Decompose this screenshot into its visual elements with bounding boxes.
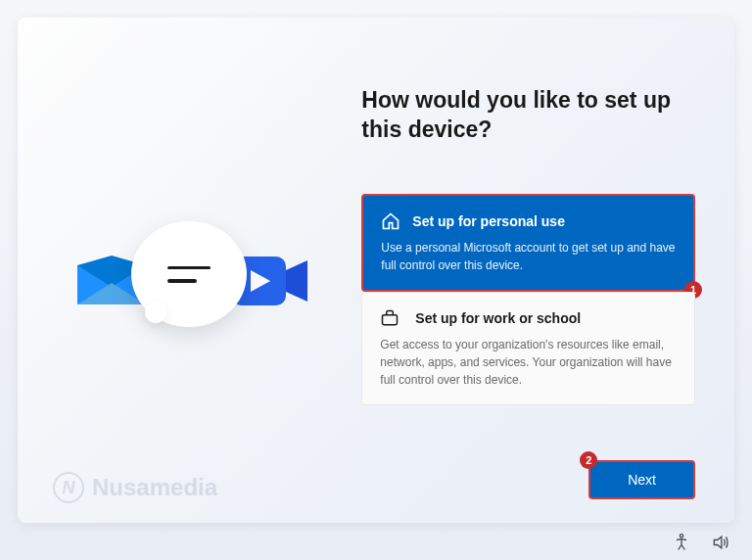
option-work-school[interactable]: Set up for work or school Get access to … xyxy=(361,292,695,405)
accessibility-icon[interactable] xyxy=(672,533,691,552)
svg-point-2 xyxy=(680,535,682,537)
option-work-desc: Get access to your organization's resour… xyxy=(380,336,677,389)
next-button[interactable]: Next xyxy=(588,460,695,499)
option-work-title: Set up for work or school xyxy=(415,310,581,326)
option-personal-title: Set up for personal use xyxy=(412,213,565,229)
option-personal-use[interactable]: Set up for personal use Use a personal M… xyxy=(361,194,695,292)
briefcase-icon xyxy=(380,308,400,328)
watermark: N Nusamedia xyxy=(53,472,217,503)
taskbar-icons xyxy=(672,533,730,552)
speech-bubble-icon xyxy=(131,221,247,327)
option-personal-desc: Use a personal Microsoft account to get … xyxy=(381,239,676,274)
setup-illustration xyxy=(72,221,307,339)
watermark-logo: N xyxy=(53,472,84,503)
volume-icon[interactable] xyxy=(711,533,730,552)
content-pane: How would you like to set up this device… xyxy=(361,18,734,523)
home-icon xyxy=(381,211,400,231)
next-button-wrapper: Next 2 xyxy=(588,460,695,499)
watermark-text: Nusamedia xyxy=(92,474,217,501)
setup-window: N Nusamedia How would you like to set up… xyxy=(18,18,734,523)
page-title: How would you like to set up this device… xyxy=(361,86,695,145)
setup-options: Set up for personal use Use a personal M… xyxy=(361,194,695,405)
svg-rect-1 xyxy=(383,314,398,324)
illustration-pane: N Nusamedia xyxy=(18,18,361,523)
